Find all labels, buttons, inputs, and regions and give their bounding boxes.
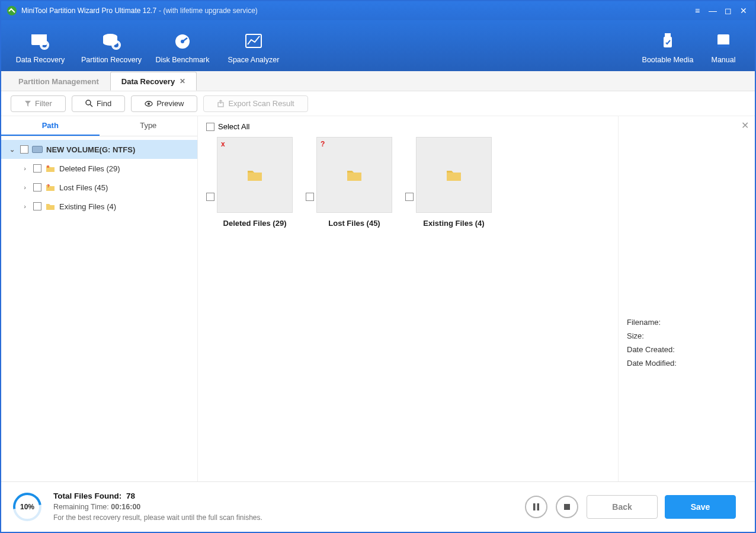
disk-benchmark-icon: [147, 30, 218, 52]
folder-lost-icon: ?: [45, 183, 56, 192]
sidebar: Path Type ⌄ NEW VOLUME(G: NTFS) › x Dele…: [1, 116, 198, 481]
drive-icon: [32, 145, 43, 154]
card-label: Deleted Files (29): [223, 219, 287, 228]
main-area: Path Type ⌄ NEW VOLUME(G: NTFS) › x Dele…: [1, 116, 755, 481]
tab-data-recovery[interactable]: Data Recovery ✕: [110, 72, 197, 91]
footer: 10% Total Files Found: 78 Remaining Time…: [1, 481, 755, 531]
tool-label: Disk Benchmark: [147, 56, 218, 64]
stop-button[interactable]: [556, 496, 578, 518]
select-all-row: Select All: [206, 122, 610, 131]
svg-point-13: [86, 100, 91, 105]
sidebar-subtabs: Path Type: [1, 116, 197, 136]
tree-item-lost[interactable]: › ? Lost Files (45): [14, 178, 197, 197]
close-button[interactable]: ✕: [737, 4, 750, 17]
card-checkbox[interactable]: [206, 193, 214, 201]
pause-button[interactable]: [525, 496, 547, 518]
space-analyzer-icon: [218, 30, 289, 52]
svg-point-0: [7, 6, 17, 15]
card-item: ? Lost Files (45): [306, 137, 392, 228]
checkbox[interactable]: [33, 164, 41, 173]
card-existing-files[interactable]: [416, 137, 492, 213]
select-all-label: Select All: [218, 122, 249, 131]
close-details-button[interactable]: ✕: [741, 120, 749, 131]
svg-rect-2: [31, 34, 47, 38]
filter-button[interactable]: Filter: [11, 95, 66, 112]
svg-text:x: x: [47, 164, 49, 168]
subtab-path[interactable]: Path: [1, 116, 100, 136]
tree-label: NEW VOLUME(G: NTFS): [46, 145, 135, 154]
svg-point-15: [148, 103, 150, 105]
chevron-right-icon[interactable]: ›: [20, 203, 30, 210]
minimize-button[interactable]: —: [706, 4, 719, 17]
tree-view: ⌄ NEW VOLUME(G: NTFS) › x Deleted Files …: [1, 136, 197, 219]
action-bar: Filter Find Preview Export Scan Result: [1, 91, 755, 116]
svg-text:?: ?: [47, 183, 50, 189]
close-icon[interactable]: ✕: [180, 77, 185, 85]
titlebar: MiniTool Partition Wizard Pro Ultimate 1…: [1, 1, 755, 20]
card-item: x Deleted Files (29): [206, 137, 293, 228]
find-button[interactable]: Find: [72, 95, 125, 112]
tree-item-deleted[interactable]: › x Deleted Files (29): [14, 159, 197, 178]
lost-badge-icon: ?: [321, 140, 325, 148]
remaining-time-value: 00:16:00: [111, 503, 140, 511]
tree-root[interactable]: ⌄ NEW VOLUME(G: NTFS): [1, 140, 197, 159]
document-tabs: Partition Management Data Recovery ✕: [1, 71, 755, 91]
checkbox[interactable]: [33, 202, 41, 210]
tree-label: Deleted Files (29): [59, 164, 120, 173]
partition-recovery-icon: [76, 30, 147, 52]
tool-space-analyzer[interactable]: Space Analyzer: [218, 27, 289, 64]
card-deleted-files[interactable]: x: [217, 137, 293, 213]
total-files-value: 78: [126, 491, 135, 500]
data-recovery-icon: [5, 30, 76, 52]
card-checkbox[interactable]: [306, 193, 314, 201]
save-button[interactable]: Save: [665, 495, 736, 519]
tool-disk-benchmark[interactable]: Disk Benchmark: [147, 27, 218, 64]
total-files-label: Total Files Found:: [53, 491, 121, 500]
export-icon: [217, 100, 225, 107]
tool-bootable-media[interactable]: Bootable Media: [640, 27, 696, 64]
folder-deleted-icon: x: [45, 164, 56, 173]
card-label: Existing Files (4): [423, 219, 484, 228]
tree-item-existing[interactable]: › Existing Files (4): [14, 197, 197, 216]
tool-label: Data Recovery: [5, 56, 76, 64]
window-title: MiniTool Partition Wizard Pro Ultimate 1…: [21, 7, 156, 15]
checkbox[interactable]: [20, 145, 28, 154]
button-label: Filter: [35, 99, 52, 108]
menu-icon[interactable]: ≡: [691, 4, 704, 17]
button-label: Export Scan Result: [228, 99, 294, 108]
svg-rect-20: [537, 503, 540, 510]
card-checkbox[interactable]: [405, 193, 414, 201]
chevron-right-icon[interactable]: ›: [20, 184, 30, 191]
subtab-type[interactable]: Type: [100, 116, 198, 136]
checkbox[interactable]: [33, 183, 41, 192]
tool-label: Space Analyzer: [218, 56, 289, 64]
tool-data-recovery[interactable]: Data Recovery: [5, 27, 76, 64]
card-label: Lost Files (45): [328, 219, 380, 228]
tool-partition-recovery[interactable]: Partition Recovery: [76, 27, 147, 64]
maximize-button[interactable]: ◻: [722, 4, 735, 17]
app-logo-icon: [6, 5, 18, 17]
folder-icon: [246, 168, 263, 182]
chevron-right-icon[interactable]: ›: [20, 165, 30, 172]
eye-icon: [145, 100, 153, 107]
ribbon-toolbar: Data Recovery Partition Recovery Disk Be…: [1, 20, 755, 71]
deleted-badge-icon: x: [221, 140, 225, 148]
select-all-checkbox[interactable]: [206, 123, 214, 131]
tab-partition-management[interactable]: Partition Management: [7, 72, 110, 91]
progress-ring: 10%: [13, 493, 41, 521]
remaining-time-label: Remaining Time:: [53, 503, 109, 511]
tool-manual[interactable]: Manual: [696, 27, 751, 64]
back-button[interactable]: Back: [587, 495, 658, 519]
chevron-down-icon[interactable]: ⌄: [7, 146, 17, 154]
tool-label: Manual: [696, 56, 751, 64]
card-lost-files[interactable]: ?: [316, 137, 392, 213]
svg-rect-10: [664, 37, 672, 47]
detail-created: Date Created:: [627, 345, 747, 354]
svg-rect-9: [665, 33, 671, 37]
window-subtitle: - (with lifetime upgrade service): [159, 7, 258, 15]
tool-label: Bootable Media: [640, 56, 696, 64]
tree-label: Lost Files (45): [59, 183, 108, 192]
preview-button[interactable]: Preview: [131, 95, 197, 112]
tab-label: Partition Management: [18, 77, 99, 86]
svg-rect-21: [564, 504, 570, 510]
